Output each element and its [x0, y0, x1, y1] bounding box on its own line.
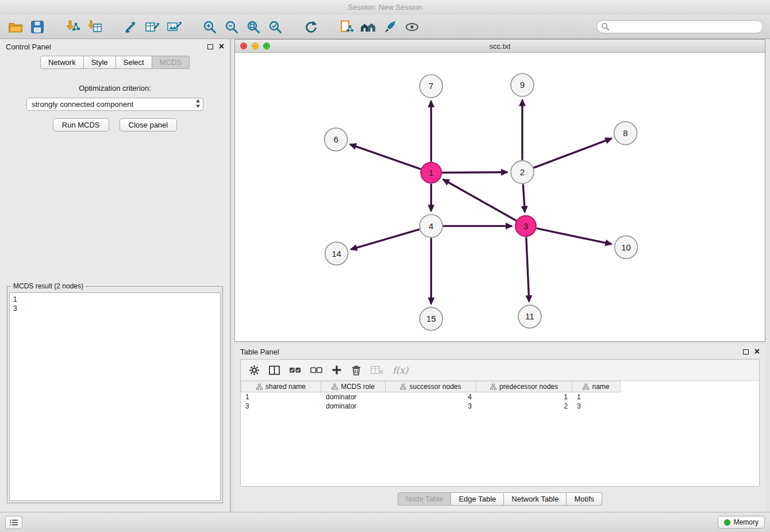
- graph-node-7[interactable]: 7: [419, 75, 442, 98]
- close-panel-icon[interactable]: ×: [219, 43, 224, 51]
- graph-node-3[interactable]: 3: [515, 215, 536, 236]
- column-header-label: shared name: [265, 383, 306, 391]
- show-columns-icon[interactable]: [269, 365, 280, 375]
- table-cell[interactable]: dominator: [321, 402, 386, 411]
- settings-icon[interactable]: [249, 365, 260, 376]
- close-table-panel-icon[interactable]: ×: [754, 348, 760, 356]
- export-image-icon[interactable]: [165, 18, 183, 36]
- table-rows[interactable]: 1dominator4113dominator323: [241, 392, 759, 486]
- table-cell[interactable]: 1: [241, 392, 321, 402]
- add-row-icon[interactable]: [332, 365, 342, 375]
- main-area: Control Panel × Network Style Select MCD…: [0, 39, 770, 512]
- table-cell[interactable]: 3: [241, 402, 321, 411]
- table-tabbar: Node Table Edge Table Network Table Moti…: [240, 489, 760, 508]
- graph-node-10[interactable]: 10: [615, 236, 638, 259]
- tab-edge-table[interactable]: Edge Table: [451, 492, 504, 506]
- graph-node-1[interactable]: 1: [421, 163, 441, 183]
- graph-edge-2-3[interactable]: [523, 184, 525, 213]
- column-header-label: predecessor nodes: [499, 383, 558, 391]
- new-network-icon[interactable]: [122, 18, 139, 36]
- app-title: Session: New Session: [348, 3, 422, 11]
- close-panel-button[interactable]: Close panel: [120, 118, 178, 132]
- network-canvas[interactable]: 7968124314101511: [235, 53, 765, 341]
- zoom-fit-icon[interactable]: [245, 18, 262, 36]
- graph-node-8[interactable]: 8: [614, 122, 637, 145]
- window-minimize-button[interactable]: –: [252, 43, 259, 49]
- column-header-successor-nodes[interactable]: successor nodes: [386, 381, 476, 392]
- column-header-predecessor-nodes[interactable]: predecessor nodes: [476, 381, 572, 392]
- refresh-view-icon[interactable]: [302, 18, 319, 36]
- tab-network[interactable]: Network: [40, 56, 84, 69]
- zoom-out-icon[interactable]: [223, 18, 240, 36]
- network-graph[interactable]: 7968124314101511: [235, 53, 765, 341]
- window-close-button[interactable]: ×: [240, 43, 247, 49]
- table-cell[interactable]: 4: [386, 392, 476, 402]
- criterion-select[interactable]: strongly connected component: [26, 98, 203, 111]
- graph-edge-3-11[interactable]: [526, 237, 529, 302]
- window-maximize-button[interactable]: +: [263, 43, 270, 49]
- main-toolbar: [0, 15, 770, 39]
- open-network-file-icon[interactable]: [338, 18, 355, 36]
- import-table-icon[interactable]: [86, 18, 103, 36]
- table-toolbar: f(x): [241, 360, 759, 381]
- control-panel-header: Control Panel ×: [0, 39, 230, 54]
- memory-button[interactable]: Memory: [718, 516, 765, 529]
- network-window-title: scc.txt: [235, 42, 765, 51]
- style-brush-icon[interactable]: [382, 18, 399, 36]
- home-icon[interactable]: [360, 18, 377, 36]
- search-input[interactable]: [596, 20, 763, 33]
- zoom-selected-icon[interactable]: [267, 18, 284, 36]
- zoom-in-icon[interactable]: [201, 18, 218, 36]
- graph-node-9[interactable]: 9: [511, 74, 534, 97]
- table-cell[interactable]: 3: [572, 402, 621, 411]
- tab-motifs[interactable]: Motifs: [567, 492, 602, 506]
- import-network-icon[interactable]: [64, 18, 82, 36]
- tab-network-table[interactable]: Network Table: [504, 492, 567, 506]
- tab-node-table[interactable]: Node Table: [398, 492, 452, 506]
- delete-row-icon[interactable]: [351, 365, 361, 376]
- new-table-icon[interactable]: [144, 18, 161, 36]
- graph-node-15[interactable]: 15: [419, 307, 442, 330]
- select-stepper-icon: [195, 99, 201, 110]
- graph-node-14[interactable]: 14: [325, 242, 348, 265]
- graph-edge-2-8[interactable]: [534, 138, 612, 168]
- graph-edge-3-1[interactable]: [443, 179, 516, 221]
- function-builder-icon[interactable]: f(x): [392, 365, 408, 376]
- float-table-panel-icon[interactable]: [743, 349, 749, 354]
- table-cell[interactable]: 1: [476, 392, 572, 402]
- table-cell[interactable]: 1: [572, 392, 621, 402]
- select-all-icon[interactable]: [289, 366, 301, 374]
- table-row[interactable]: 3dominator323: [241, 402, 759, 411]
- graph-edge-3-10[interactable]: [536, 228, 611, 244]
- result-line: 3: [13, 304, 217, 313]
- open-session-icon[interactable]: [7, 18, 24, 36]
- show-graphics-details-icon[interactable]: [403, 18, 421, 36]
- run-mcds-button[interactable]: Run MCDS: [53, 118, 109, 132]
- table-row[interactable]: 1dominator411: [241, 392, 759, 402]
- table-cell[interactable]: 2: [476, 402, 572, 411]
- graph-edge-4-14[interactable]: [351, 229, 420, 249]
- graph-node-11[interactable]: 11: [518, 305, 541, 328]
- graph-node-6[interactable]: 6: [325, 128, 348, 151]
- tab-mcds[interactable]: MCDS: [152, 56, 190, 69]
- graph-node-label: 6: [333, 134, 338, 144]
- deselect-all-icon[interactable]: [310, 366, 322, 374]
- network-window-titlebar: × – + scc.txt: [235, 40, 765, 53]
- graph-node-2[interactable]: 2: [511, 161, 534, 184]
- table-cell[interactable]: 3: [386, 402, 476, 411]
- graph-node-4[interactable]: 4: [419, 214, 442, 237]
- delete-table-icon[interactable]: [371, 365, 383, 375]
- tab-style[interactable]: Style: [84, 56, 116, 69]
- column-header-shared-name[interactable]: shared name: [241, 381, 321, 392]
- mcds-result-list[interactable]: 13: [9, 292, 221, 501]
- tab-select[interactable]: Select: [116, 56, 152, 69]
- save-session-icon[interactable]: [29, 18, 46, 36]
- task-history-button[interactable]: [5, 516, 22, 529]
- graph-edge-1-2[interactable]: [442, 172, 507, 173]
- graph-edge-1-6[interactable]: [350, 144, 421, 169]
- column-header-MCDS-role[interactable]: MCDS role: [321, 381, 386, 392]
- table-cell[interactable]: dominator: [321, 392, 386, 402]
- float-panel-icon[interactable]: [207, 44, 213, 49]
- memory-status-icon: [724, 519, 730, 526]
- column-header-name[interactable]: name: [572, 381, 621, 392]
